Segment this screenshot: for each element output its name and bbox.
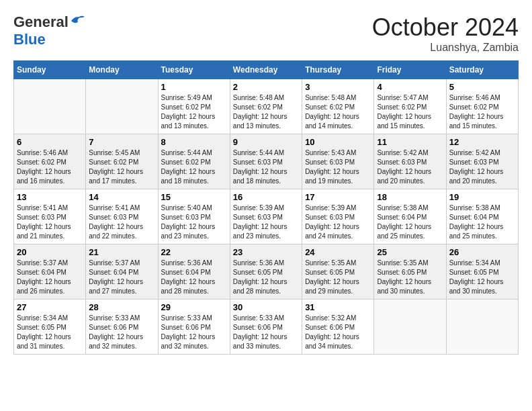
week-row-1: 1Sunrise: 5:49 AMSunset: 6:02 PMDaylight… — [14, 79, 519, 134]
calendar-cell: 11Sunrise: 5:42 AMSunset: 6:03 PMDayligh… — [374, 134, 446, 189]
day-number: 11 — [377, 137, 443, 147]
day-number: 7 — [89, 137, 154, 147]
calendar-cell: 18Sunrise: 5:38 AMSunset: 6:04 PMDayligh… — [374, 189, 446, 244]
calendar-cell: 19Sunrise: 5:38 AMSunset: 6:04 PMDayligh… — [446, 189, 518, 244]
day-number: 15 — [161, 192, 227, 202]
calendar-cell: 24Sunrise: 5:35 AMSunset: 6:05 PMDayligh… — [302, 244, 374, 300]
day-info: Sunrise: 5:48 AMSunset: 6:02 PMDaylight:… — [233, 93, 299, 131]
header-monday: Monday — [86, 61, 158, 79]
logo-blue-text: Blue — [13, 31, 46, 48]
calendar-cell: 30Sunrise: 5:33 AMSunset: 6:06 PMDayligh… — [230, 300, 302, 355]
calendar-cell: 16Sunrise: 5:39 AMSunset: 6:03 PMDayligh… — [230, 189, 302, 244]
day-info: Sunrise: 5:41 AMSunset: 6:03 PMDaylight:… — [17, 203, 83, 241]
calendar-cell: 14Sunrise: 5:41 AMSunset: 6:03 PMDayligh… — [86, 189, 158, 244]
day-info: Sunrise: 5:39 AMSunset: 6:03 PMDaylight:… — [305, 203, 371, 241]
calendar-cell: 28Sunrise: 5:33 AMSunset: 6:06 PMDayligh… — [86, 300, 158, 355]
day-number: 3 — [305, 82, 371, 92]
day-number: 17 — [305, 192, 371, 202]
calendar-cell: 12Sunrise: 5:42 AMSunset: 6:03 PMDayligh… — [446, 134, 518, 189]
header-sunday: Sunday — [14, 61, 86, 79]
week-row-4: 20Sunrise: 5:37 AMSunset: 6:04 PMDayligh… — [14, 244, 519, 300]
week-row-2: 6Sunrise: 5:46 AMSunset: 6:02 PMDaylight… — [14, 134, 519, 189]
day-info: Sunrise: 5:40 AMSunset: 6:03 PMDaylight:… — [161, 203, 227, 241]
day-number: 31 — [305, 302, 371, 312]
calendar-body: 1Sunrise: 5:49 AMSunset: 6:02 PMDaylight… — [14, 79, 519, 355]
day-number: 8 — [161, 137, 227, 147]
day-info: Sunrise: 5:41 AMSunset: 6:03 PMDaylight:… — [89, 203, 154, 241]
day-info: Sunrise: 5:49 AMSunset: 6:02 PMDaylight:… — [161, 93, 227, 131]
day-info: Sunrise: 5:38 AMSunset: 6:04 PMDaylight:… — [449, 203, 515, 241]
calendar-cell: 9Sunrise: 5:44 AMSunset: 6:03 PMDaylight… — [230, 134, 302, 189]
day-info: Sunrise: 5:46 AMSunset: 6:02 PMDaylight:… — [449, 93, 515, 131]
day-number: 24 — [305, 247, 371, 257]
calendar-cell: 7Sunrise: 5:45 AMSunset: 6:02 PMDaylight… — [86, 134, 158, 189]
day-info: Sunrise: 5:42 AMSunset: 6:03 PMDaylight:… — [377, 148, 443, 186]
header-saturday: Saturday — [446, 61, 518, 79]
day-number: 13 — [17, 192, 83, 202]
day-number: 9 — [233, 137, 299, 147]
header-tuesday: Tuesday — [158, 61, 230, 79]
day-info: Sunrise: 5:44 AMSunset: 6:03 PMDaylight:… — [233, 148, 299, 186]
logo-general-text: General — [13, 13, 69, 31]
week-row-3: 13Sunrise: 5:41 AMSunset: 6:03 PMDayligh… — [14, 189, 519, 244]
day-info: Sunrise: 5:44 AMSunset: 6:02 PMDaylight:… — [161, 148, 227, 186]
calendar-cell: 22Sunrise: 5:36 AMSunset: 6:04 PMDayligh… — [158, 244, 230, 300]
day-info: Sunrise: 5:33 AMSunset: 6:06 PMDaylight:… — [89, 314, 154, 351]
calendar-cell: 17Sunrise: 5:39 AMSunset: 6:03 PMDayligh… — [302, 189, 374, 244]
day-number: 30 — [233, 302, 299, 312]
day-number: 29 — [161, 302, 227, 312]
day-info: Sunrise: 5:37 AMSunset: 6:04 PMDaylight:… — [17, 259, 83, 296]
day-info: Sunrise: 5:38 AMSunset: 6:04 PMDaylight:… — [377, 203, 443, 241]
day-info: Sunrise: 5:35 AMSunset: 6:05 PMDaylight:… — [377, 259, 443, 296]
day-info: Sunrise: 5:46 AMSunset: 6:02 PMDaylight:… — [17, 148, 83, 186]
calendar-cell: 21Sunrise: 5:37 AMSunset: 6:04 PMDayligh… — [86, 244, 158, 300]
calendar-cell: 15Sunrise: 5:40 AMSunset: 6:03 PMDayligh… — [158, 189, 230, 244]
day-info: Sunrise: 5:48 AMSunset: 6:02 PMDaylight:… — [305, 93, 371, 131]
month-title: October 2024 — [372, 13, 519, 42]
calendar-cell: 20Sunrise: 5:37 AMSunset: 6:04 PMDayligh… — [14, 244, 86, 300]
day-info: Sunrise: 5:42 AMSunset: 6:03 PMDaylight:… — [449, 148, 515, 186]
calendar-cell: 2Sunrise: 5:48 AMSunset: 6:02 PMDaylight… — [230, 79, 302, 134]
day-number: 19 — [449, 192, 515, 202]
day-info: Sunrise: 5:45 AMSunset: 6:02 PMDaylight:… — [89, 148, 154, 186]
calendar-cell: 29Sunrise: 5:33 AMSunset: 6:06 PMDayligh… — [158, 300, 230, 355]
day-number: 20 — [17, 247, 83, 257]
location-title: Luanshya, Zambia — [372, 42, 519, 54]
day-info: Sunrise: 5:39 AMSunset: 6:03 PMDaylight:… — [233, 203, 299, 241]
day-number: 18 — [377, 192, 443, 202]
calendar-cell — [446, 300, 518, 355]
day-number: 26 — [449, 247, 515, 257]
calendar-cell: 31Sunrise: 5:32 AMSunset: 6:06 PMDayligh… — [302, 300, 374, 355]
day-number: 14 — [89, 192, 154, 202]
day-info: Sunrise: 5:34 AMSunset: 6:05 PMDaylight:… — [17, 314, 83, 351]
day-number: 21 — [89, 247, 154, 257]
calendar-cell — [374, 300, 446, 355]
day-info: Sunrise: 5:35 AMSunset: 6:05 PMDaylight:… — [305, 259, 371, 296]
calendar-cell: 27Sunrise: 5:34 AMSunset: 6:05 PMDayligh… — [14, 300, 86, 355]
page-header: General Blue October 2024 Luanshya, Zamb… — [13, 13, 519, 54]
calendar-cell: 8Sunrise: 5:44 AMSunset: 6:02 PMDaylight… — [158, 134, 230, 189]
day-number: 27 — [17, 302, 83, 312]
calendar-cell — [14, 79, 86, 134]
calendar-cell: 10Sunrise: 5:43 AMSunset: 6:03 PMDayligh… — [302, 134, 374, 189]
day-number: 12 — [449, 137, 515, 147]
day-info: Sunrise: 5:34 AMSunset: 6:05 PMDaylight:… — [449, 259, 515, 296]
day-info: Sunrise: 5:33 AMSunset: 6:06 PMDaylight:… — [161, 314, 227, 351]
header-wednesday: Wednesday — [230, 61, 302, 79]
day-info: Sunrise: 5:32 AMSunset: 6:06 PMDaylight:… — [305, 314, 371, 351]
day-info: Sunrise: 5:37 AMSunset: 6:04 PMDaylight:… — [89, 259, 154, 296]
calendar-header: Sunday Monday Tuesday Wednesday Thursday… — [14, 61, 519, 79]
day-number: 1 — [161, 82, 227, 92]
week-row-5: 27Sunrise: 5:34 AMSunset: 6:05 PMDayligh… — [14, 300, 519, 355]
logo: General Blue — [13, 13, 85, 48]
header-thursday: Thursday — [302, 61, 374, 79]
day-number: 4 — [377, 82, 443, 92]
calendar-cell: 23Sunrise: 5:36 AMSunset: 6:05 PMDayligh… — [230, 244, 302, 300]
calendar-cell: 3Sunrise: 5:48 AMSunset: 6:02 PMDaylight… — [302, 79, 374, 134]
day-number: 10 — [305, 137, 371, 147]
calendar-cell: 25Sunrise: 5:35 AMSunset: 6:05 PMDayligh… — [374, 244, 446, 300]
title-section: October 2024 Luanshya, Zambia — [372, 13, 519, 54]
calendar-cell: 26Sunrise: 5:34 AMSunset: 6:05 PMDayligh… — [446, 244, 518, 300]
header-row: Sunday Monday Tuesday Wednesday Thursday… — [14, 61, 519, 79]
calendar-cell: 5Sunrise: 5:46 AMSunset: 6:02 PMDaylight… — [446, 79, 518, 134]
